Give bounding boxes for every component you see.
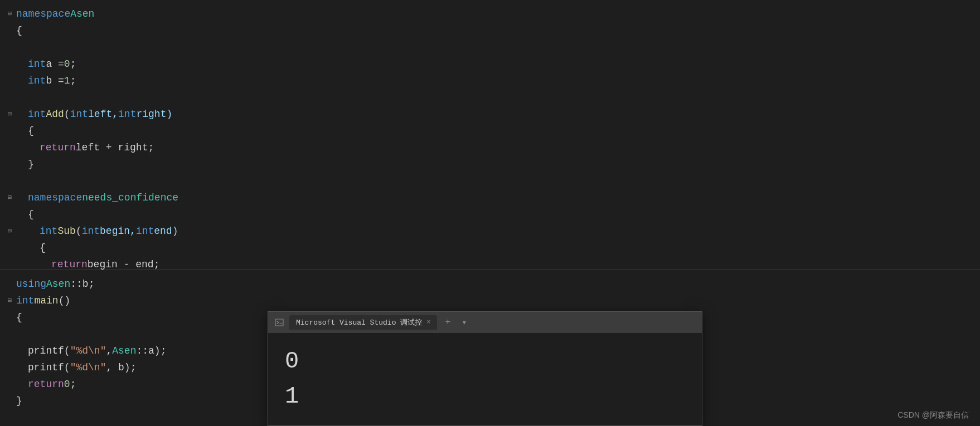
code-line: int a = 0; bbox=[0, 56, 980, 72]
code-line bbox=[0, 39, 980, 56]
code-line: } bbox=[0, 156, 980, 173]
terminal-output-line-2: 1 bbox=[285, 379, 685, 414]
terminal-close-button[interactable]: × bbox=[426, 319, 430, 326]
code-line: ⊟int Sub(int begin, int end) bbox=[0, 223, 980, 239]
code-line: { bbox=[0, 239, 980, 256]
code-line: return left + right; bbox=[0, 139, 980, 156]
collapse-icon[interactable]: ⊟ bbox=[8, 223, 12, 239]
terminal-output: 0 1 bbox=[285, 344, 685, 414]
terminal-popup: Microsoft Visual Studio 调试控 × + ▾ 0 1 bbox=[268, 311, 702, 426]
code-line: ⊟int main() bbox=[0, 292, 980, 309]
collapse-icon[interactable]: ⊟ bbox=[8, 189, 12, 206]
code-line: { bbox=[0, 22, 980, 39]
code-line bbox=[0, 173, 980, 189]
code-editor: ⊟namespace Asen{int a = 0;int b = 1;⊟int… bbox=[0, 0, 980, 426]
terminal-dropdown-button[interactable]: ▾ bbox=[458, 316, 470, 329]
code-line: return begin - end; bbox=[0, 256, 980, 270]
terminal-body: 0 1 bbox=[268, 333, 702, 425]
terminal-app-icon bbox=[274, 317, 285, 328]
watermark: CSDN @阿森要自信 bbox=[897, 410, 969, 420]
code-line: ⊟namespace needs_confidence bbox=[0, 189, 980, 206]
terminal-tab-title: Microsoft Visual Studio 调试控 bbox=[296, 317, 422, 327]
terminal-output-line-1: 0 bbox=[285, 344, 685, 379]
code-line: ⊟namespace Asen bbox=[0, 6, 980, 22]
code-line: int b = 1; bbox=[0, 72, 980, 89]
top-code-block: ⊟namespace Asen{int a = 0;int b = 1;⊟int… bbox=[0, 0, 980, 270]
terminal-titlebar: Microsoft Visual Studio 调试控 × + ▾ bbox=[268, 312, 702, 333]
code-line bbox=[0, 89, 980, 106]
terminal-add-button[interactable]: + bbox=[442, 316, 454, 329]
bottom-code-section: using Asen::b;⊟int main(){printf("%d\n",… bbox=[0, 270, 980, 426]
code-line: ⊟int Add(int left, int right) bbox=[0, 106, 980, 123]
code-line: { bbox=[0, 123, 980, 139]
code-line: using Asen::b; bbox=[0, 276, 980, 292]
collapse-icon[interactable]: ⊟ bbox=[8, 106, 12, 123]
collapse-icon[interactable]: ⊟ bbox=[8, 292, 12, 309]
code-line: { bbox=[0, 206, 980, 223]
terminal-tab[interactable]: Microsoft Visual Studio 调试控 × bbox=[289, 315, 437, 330]
collapse-icon[interactable]: ⊟ bbox=[8, 6, 12, 22]
top-code-section: ⊟namespace Asen{int a = 0;int b = 1;⊟int… bbox=[0, 0, 980, 270]
